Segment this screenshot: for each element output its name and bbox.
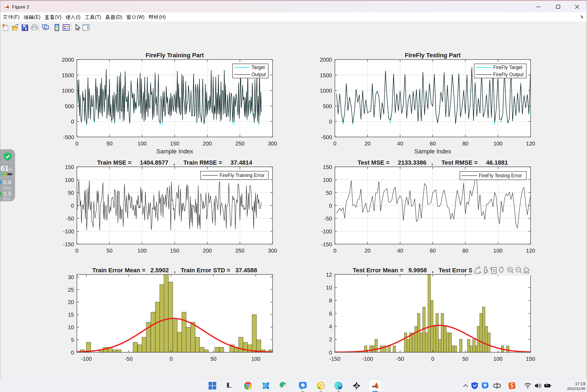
svg-text:120: 120 — [526, 141, 535, 147]
svg-text:250: 250 — [235, 141, 244, 147]
svg-text:80: 80 — [462, 248, 468, 254]
svg-text:20: 20 — [364, 248, 371, 254]
svg-text:12: 12 — [326, 272, 332, 278]
svg-text:4: 4 — [329, 324, 332, 330]
svg-text:2000: 2000 — [62, 57, 74, 63]
svg-text:0: 0 — [333, 141, 336, 147]
svg-text:200: 200 — [203, 248, 212, 254]
svg-text:60: 60 — [430, 248, 436, 254]
svg-text:100: 100 — [493, 141, 502, 147]
svg-text:300: 300 — [268, 248, 277, 254]
svg-text:60: 60 — [430, 141, 436, 147]
svg-text:0: 0 — [71, 350, 74, 356]
svg-text:100: 100 — [138, 248, 147, 254]
svg-text:150: 150 — [526, 356, 535, 362]
svg-text:0: 0 — [329, 119, 332, 125]
svg-text:100: 100 — [251, 356, 260, 362]
svg-text:0: 0 — [431, 356, 434, 362]
svg-text:-100: -100 — [63, 228, 74, 234]
svg-text:-150: -150 — [63, 241, 74, 247]
svg-text:Train MSE = 1404.8577 ,: Train MSE = 1404.8577 , Train RMSE = 37.… — [97, 159, 252, 166]
svg-text:Sample Index: Sample Index — [414, 148, 451, 155]
svg-text:6: 6 — [329, 311, 332, 317]
svg-text:100: 100 — [493, 356, 502, 362]
svg-text:-50: -50 — [125, 356, 133, 362]
svg-text:50: 50 — [106, 248, 112, 254]
svg-text:FireFly Testing Part: FireFly Testing Part — [405, 52, 461, 59]
svg-text:50: 50 — [326, 190, 332, 196]
svg-text:-100: -100 — [321, 228, 332, 234]
svg-text:Target: Target — [252, 65, 265, 70]
svg-text:40: 40 — [397, 248, 403, 254]
svg-text:1500: 1500 — [320, 72, 332, 78]
svg-text:-500: -500 — [63, 134, 74, 140]
svg-text:Test MSE = 2133.3386 ,: Test MSE = 2133.3386 , Test RMSE = 46.18… — [358, 159, 508, 166]
svg-text:-150: -150 — [329, 356, 340, 362]
svg-text:50: 50 — [462, 356, 468, 362]
svg-text:-50: -50 — [66, 216, 74, 222]
svg-text:40: 40 — [397, 141, 403, 147]
svg-text:0: 0 — [170, 356, 173, 362]
svg-text:0: 0 — [71, 119, 74, 125]
svg-text:Sample Index: Sample Index — [156, 148, 193, 155]
svg-text:100: 100 — [323, 177, 332, 183]
svg-text:-50: -50 — [324, 216, 332, 222]
svg-text:300: 300 — [268, 141, 277, 147]
svg-text:30: 30 — [68, 274, 74, 280]
svg-text:FireFly Target: FireFly Target — [493, 65, 523, 70]
svg-text:150: 150 — [323, 164, 332, 170]
svg-text:0: 0 — [71, 203, 74, 209]
svg-text:8: 8 — [329, 297, 332, 304]
svg-text:100: 100 — [493, 248, 502, 254]
svg-text:25: 25 — [68, 287, 74, 293]
svg-text:1000: 1000 — [320, 88, 332, 94]
svg-text:-50: -50 — [396, 356, 404, 362]
svg-text:50: 50 — [106, 141, 112, 147]
svg-text:10: 10 — [326, 285, 332, 291]
svg-text:150: 150 — [170, 141, 179, 147]
svg-text:0: 0 — [329, 350, 332, 356]
svg-text:-100: -100 — [81, 356, 92, 362]
svg-text:20: 20 — [364, 141, 371, 147]
svg-text:FireFly Testing Error: FireFly Testing Error — [479, 173, 522, 178]
svg-text:2000: 2000 — [320, 57, 332, 63]
svg-text:0: 0 — [75, 141, 78, 147]
svg-text:250: 250 — [235, 248, 244, 254]
svg-text:80: 80 — [462, 141, 468, 147]
svg-text:500: 500 — [323, 103, 332, 109]
svg-text:5: 5 — [71, 337, 74, 343]
svg-text:150: 150 — [170, 248, 179, 254]
svg-text:-100: -100 — [362, 356, 373, 362]
svg-text:150: 150 — [65, 164, 74, 170]
svg-text:120: 120 — [526, 248, 535, 254]
svg-text:500: 500 — [65, 103, 74, 109]
svg-text:20: 20 — [68, 299, 74, 305]
svg-text:FireFly Output: FireFly Output — [493, 72, 524, 77]
svg-text:FireFly Training Error: FireFly Training Error — [220, 173, 265, 178]
svg-text:200: 200 — [203, 141, 212, 147]
svg-text:-500: -500 — [321, 134, 332, 140]
svg-text:0: 0 — [333, 248, 336, 254]
svg-text:1500: 1500 — [62, 72, 74, 78]
svg-text:1000: 1000 — [62, 88, 74, 94]
svg-text:50: 50 — [210, 356, 216, 362]
svg-text:10: 10 — [68, 324, 74, 330]
svg-text:2: 2 — [329, 336, 332, 342]
svg-text:-150: -150 — [321, 241, 332, 247]
svg-text:Output: Output — [252, 72, 266, 77]
svg-text:0: 0 — [329, 203, 332, 209]
svg-text:0: 0 — [75, 248, 78, 254]
svg-text:Train Error Mean = 2.5902: Train Error Mean = 2.5902 , Train Error … — [92, 267, 257, 274]
svg-text:100: 100 — [65, 177, 74, 183]
svg-text:100: 100 — [138, 141, 147, 147]
svg-text:15: 15 — [68, 312, 74, 318]
svg-text:50: 50 — [68, 190, 74, 196]
svg-text:FireFly Training Part: FireFly Training Part — [146, 52, 204, 59]
